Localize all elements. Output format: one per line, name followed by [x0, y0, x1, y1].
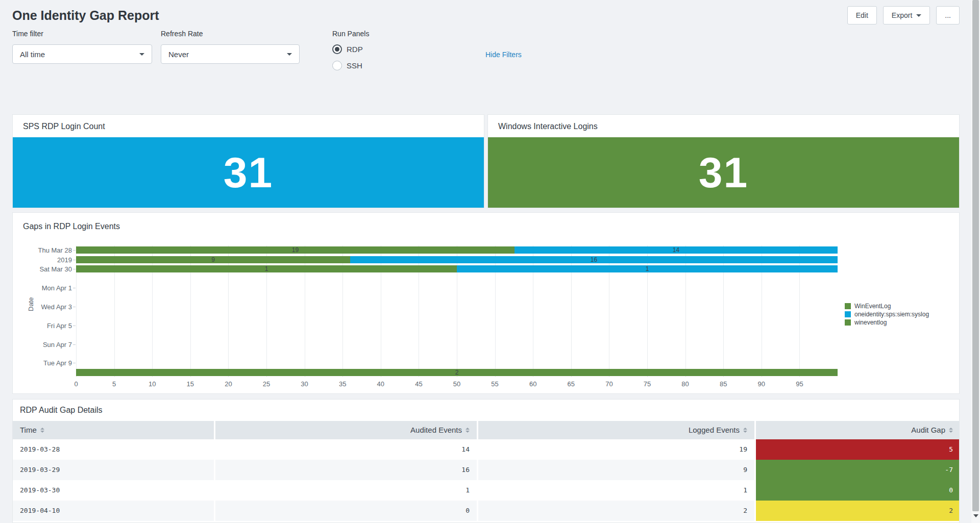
x-tick-label: 25	[263, 380, 270, 388]
x-tick-label: 35	[339, 380, 346, 388]
time-cell: 2019-03-30	[13, 480, 214, 501]
x-tick-label: 85	[720, 380, 727, 388]
ssh-radio-label: SSH	[347, 61, 362, 70]
logged-events-cell: 1	[478, 480, 754, 501]
legend-item[interactable]: wineventlog	[845, 318, 929, 327]
y-tick-label: Sat Mar 30	[39, 265, 72, 273]
vertical-scrollbar[interactable]	[971, 0, 980, 523]
sps-rdp-login-count-panel: SPS RDP Login Count 31	[12, 114, 484, 208]
refresh-rate-dropdown[interactable]: Never	[161, 44, 300, 64]
dashboard-header: One Identity Gap Report Edit Export ...	[12, 6, 960, 24]
time-filter-dropdown[interactable]: All time	[12, 44, 152, 64]
bar-value-label: 1	[646, 265, 649, 272]
bar-segment[interactable]: 16	[350, 256, 838, 263]
chevron-down-icon	[287, 53, 292, 56]
x-tick-label: 90	[758, 380, 765, 388]
audit-gap-cell: 0	[756, 480, 960, 501]
audited-events-cell: 1	[215, 480, 477, 501]
time-filter-group: Time filter All time	[12, 30, 152, 77]
x-tick-label: 55	[491, 380, 498, 388]
bar-value-label: 1	[265, 265, 268, 272]
bar-segment[interactable]: 14	[514, 246, 838, 254]
y-tick-mark	[73, 344, 76, 345]
chart-y-axis-ticks: Thu Mar 282019Sat Mar 30Mon Apr 1Wed Apr…	[13, 245, 72, 377]
column-header-label: Time	[20, 421, 37, 439]
chart-bar[interactable]: 11	[76, 265, 838, 272]
sort-icon	[40, 428, 44, 433]
bar-value-label: 19	[292, 246, 299, 254]
chart-bar[interactable]: 916	[76, 256, 838, 263]
column-header-audited-events[interactable]: Audited Events	[215, 421, 477, 439]
page-title: One Identity Gap Report	[12, 6, 159, 23]
legend-swatch	[845, 319, 851, 326]
bar-segment[interactable]: 1	[457, 265, 838, 272]
gaps-chart-panel: Gaps in RDP Login Events Date Thu Mar 28…	[12, 212, 960, 394]
y-tick-mark	[73, 326, 76, 326]
column-header-time[interactable]: Time	[13, 421, 214, 439]
y-tick-mark	[73, 269, 76, 269]
bar-value-label: 16	[591, 256, 597, 263]
column-header-audit-gap[interactable]: Audit Gap	[756, 421, 960, 439]
logged-events-cell: 19	[478, 439, 754, 460]
bar-segment[interactable]: 9	[76, 256, 350, 263]
chevron-down-icon	[916, 14, 921, 17]
column-header-label: Logged Events	[689, 421, 740, 439]
y-tick-mark	[73, 260, 76, 260]
scrollbar-thumb[interactable]	[972, 0, 979, 511]
refresh-rate-group: Refresh Rate Never	[161, 30, 300, 77]
bar-segment[interactable]: 1	[76, 265, 457, 272]
chart-bar[interactable]: 1914	[76, 246, 838, 254]
table-row[interactable]: 2019-03-30 1 1 0	[13, 480, 959, 501]
bar-value-label: 14	[673, 246, 679, 254]
sort-icon	[465, 428, 470, 433]
audited-events-cell: 14	[215, 439, 477, 460]
y-tick-mark	[73, 307, 76, 307]
chart-x-axis-ticks: 05101520253035404550556065707580859095	[76, 380, 838, 389]
ssh-radio-option[interactable]: SSH	[332, 61, 409, 70]
refresh-rate-label: Refresh Rate	[161, 30, 300, 38]
x-tick-label: 10	[149, 380, 156, 388]
filters-bar: Time filter All time Refresh Rate Never …	[12, 30, 522, 77]
sort-icon	[743, 428, 747, 433]
y-tick-label: Mon Apr 1	[42, 284, 72, 291]
x-tick-label: 0	[74, 380, 78, 388]
x-tick-label: 5	[112, 380, 116, 388]
hide-filters-link[interactable]: Hide Filters	[485, 30, 522, 77]
y-tick-label: Sun Apr 7	[43, 340, 72, 348]
time-cell: 2019-03-28	[13, 439, 214, 460]
ssh-radio[interactable]	[332, 61, 342, 70]
legend-item[interactable]: WinEventLog	[845, 302, 929, 310]
bar-segment[interactable]: 2	[76, 369, 838, 376]
y-tick-mark	[73, 250, 76, 251]
more-button[interactable]: ...	[936, 6, 960, 24]
time-cell: 2019-04-10	[13, 501, 214, 521]
chart-bar[interactable]: 2	[76, 369, 838, 376]
table-header-row: Time Audited Events Logged Events Audit …	[13, 421, 959, 439]
rdp-radio[interactable]	[332, 44, 342, 54]
legend-item[interactable]: oneidentity:sps:siem:syslog	[845, 310, 929, 318]
time-filter-label: Time filter	[12, 30, 152, 38]
time-filter-value: All time	[20, 50, 45, 59]
chart-plot: 1914916112	[76, 245, 838, 377]
export-button[interactable]: Export	[883, 6, 930, 24]
panel-title: Windows Interactive Logins	[488, 115, 959, 137]
audit-gap-cell: -7	[756, 460, 960, 480]
rdp-radio-option[interactable]: RDP	[332, 44, 409, 54]
chart-title: Gaps in RDP Login Events	[13, 213, 959, 231]
bar-segment[interactable]: 19	[76, 246, 514, 254]
table-row[interactable]: 2019-04-10 0 2 2	[13, 501, 959, 521]
edit-button[interactable]: Edit	[847, 6, 877, 24]
scroll-down-arrow-icon[interactable]	[973, 514, 978, 517]
x-tick-label: 45	[415, 380, 422, 388]
refresh-rate-value: Never	[168, 50, 189, 59]
bar-value-label: 9	[211, 256, 215, 263]
export-button-label: Export	[892, 11, 912, 19]
table-row[interactable]: 2019-03-29 16 9 -7	[13, 460, 959, 480]
column-header-label: Audit Gap	[911, 421, 945, 439]
x-tick-label: 50	[453, 380, 460, 388]
logged-events-cell: 2	[478, 501, 754, 521]
more-button-label: ...	[945, 11, 951, 19]
column-header-logged-events[interactable]: Logged Events	[478, 421, 754, 439]
table-row[interactable]: 2019-03-28 14 19 5	[13, 439, 959, 460]
legend-label: WinEventLog	[854, 302, 891, 310]
